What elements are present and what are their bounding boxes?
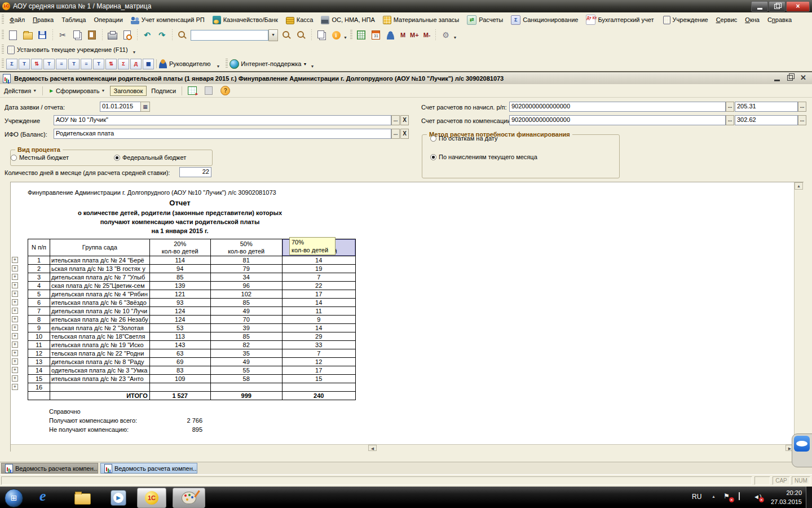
table-cell[interactable]: 34: [210, 273, 282, 282]
table-row[interactable]: 12тельская плата д/с № 22 "Родни63357: [28, 349, 356, 358]
table-refresh-icon[interactable]: ⇅: [105, 59, 117, 69]
horizontal-scrollbar[interactable]: ◀ ▶: [368, 444, 794, 452]
table-cell[interactable]: 63: [149, 349, 210, 358]
info-icon[interactable]: i: [329, 28, 343, 42]
table-cell[interactable]: 82: [210, 341, 282, 349]
table-cell[interactable]: [282, 383, 355, 392]
institution-select-button[interactable]: ...: [391, 115, 400, 125]
account-accrual-input[interactable]: 90200000000000000: [509, 102, 726, 112]
table-cell[interactable]: 70: [210, 316, 282, 324]
table-cell[interactable]: дительская плата д/с № 8 "Раду: [50, 358, 150, 366]
teamviewer-panel[interactable]: [792, 433, 812, 467]
mdi-tab-active[interactable]: Ведомость расчета компен...: [100, 463, 197, 474]
calendar-icon[interactable]: 31: [369, 28, 383, 42]
table-cell[interactable]: 35: [210, 349, 282, 358]
radio-option[interactable]: Местный бюджет: [11, 154, 69, 161]
table-cell[interactable]: 5: [28, 290, 50, 299]
doc-close-button[interactable]: ✕: [800, 74, 806, 82]
find-next-icon[interactable]: [280, 28, 293, 42]
table-row[interactable]: 16: [28, 383, 356, 392]
table-cell[interactable]: 8: [28, 316, 50, 324]
manager-dropdown-icon[interactable]: ▼: [216, 64, 220, 68]
tray-expand-icon[interactable]: ▲: [712, 494, 716, 498]
radio-icon[interactable]: [11, 155, 17, 161]
table-cell[interactable]: ельская плата д/с № 2 "Золотая: [50, 324, 150, 332]
table-cell[interactable]: 53: [149, 324, 210, 332]
table-cell[interactable]: 16: [28, 383, 50, 392]
table-header[interactable]: 20% кол-во детей: [149, 239, 210, 256]
refresh-doc-icon[interactable]: ⇅: [31, 59, 42, 69]
menu-item-таблица[interactable]: Таблица: [58, 12, 90, 27]
generate-button[interactable]: ► Сформировать▼: [45, 86, 108, 95]
menu-item-справка[interactable]: Справка: [764, 12, 796, 27]
date-input[interactable]: 01.01.2015: [100, 102, 141, 112]
print-preview-icon[interactable]: [120, 28, 134, 42]
close-button[interactable]: ×: [786, 1, 810, 12]
table-cell[interactable]: 94: [149, 265, 210, 273]
menu-item-учреждение[interactable]: Учреждение: [658, 12, 712, 27]
table-cell[interactable]: 93: [149, 299, 210, 307]
table-cell[interactable]: дительская плата д/с № 4 "Рябин: [50, 290, 150, 299]
date-calendar-icon[interactable]: ▦: [140, 102, 150, 112]
menu-item-казначейство-банк[interactable]: Казначейство/Банк: [209, 12, 282, 27]
table-cell[interactable]: 29: [282, 332, 355, 341]
table-cell[interactable]: 17: [282, 366, 355, 375]
report-canvas[interactable]: Финуправление Администрации г. Долгопруд…: [10, 182, 804, 452]
file-explorer-icon[interactable]: [74, 493, 91, 505]
table-cell[interactable]: 14: [28, 366, 50, 375]
table-row[interactable]: 3дительская плата д/с № 7 "Улыб85347: [28, 273, 356, 282]
table-cell[interactable]: 85: [210, 299, 282, 307]
account-comp-select-button[interactable]: ...: [726, 115, 734, 125]
account-comp-code-select-button[interactable]: ...: [798, 115, 806, 125]
table-cell[interactable]: ьская плата д/с № 13 "В гостях у: [50, 265, 150, 273]
table-row[interactable]: 14одительская плата д/с № 3 "Умка835517: [28, 366, 356, 375]
expand-row-button[interactable]: +: [12, 265, 18, 271]
doc-t-icon[interactable]: Т: [68, 59, 80, 69]
table-cell[interactable]: 69: [149, 358, 210, 366]
minimize-button[interactable]: [751, 1, 768, 12]
export-table-icon[interactable]: [184, 85, 200, 96]
expand-row-button[interactable]: +: [12, 333, 18, 339]
expand-row-button[interactable]: +: [12, 299, 18, 305]
scroll-up-icon[interactable]: ▲: [795, 182, 803, 190]
institution-input[interactable]: АОУ № 10 "Лучик": [54, 115, 391, 125]
menu-item-санкционирование[interactable]: ΣСанкционирование: [507, 12, 582, 27]
table-cell[interactable]: 3: [28, 273, 50, 282]
table-cell[interactable]: 1: [28, 256, 50, 265]
table-row[interactable]: 6ительская плата д/с № 6 "Звёздо938514: [28, 299, 356, 307]
table-header[interactable]: Группа сада: [50, 239, 150, 256]
expand-row-button[interactable]: +: [12, 316, 18, 322]
table-row[interactable]: 4ская плата д/с № 25"Цветик-сем1399622: [28, 282, 356, 290]
zoom-t-icon[interactable]: Т: [43, 59, 55, 69]
report-table[interactable]: N п/пГруппа сада20% кол-во детей50% кол-…: [28, 239, 356, 400]
table-row[interactable]: 10тельская плата д/с № 18"Светля1138529: [28, 332, 356, 341]
menu-item-окна[interactable]: Окна: [741, 12, 764, 27]
radio-icon[interactable]: [114, 155, 120, 161]
table-cell[interactable]: ительская плата д/с № 19 "Иско: [50, 341, 150, 349]
checker-icon[interactable]: ▦: [143, 59, 154, 69]
actions-button[interactable]: Действия▼: [1, 86, 40, 95]
ifo-input[interactable]: Родительская плата: [54, 129, 391, 139]
table-cell[interactable]: 6: [28, 299, 50, 307]
table-cell[interactable]: [210, 383, 282, 392]
search-combobox[interactable]: ▼: [191, 29, 278, 41]
table-cell[interactable]: 7: [282, 273, 355, 282]
language-indicator[interactable]: RU: [692, 493, 701, 501]
expand-row-button[interactable]: +: [12, 358, 18, 365]
expand-row-button[interactable]: +: [12, 282, 18, 288]
table-cell[interactable]: 17: [282, 290, 355, 299]
doc-list-icon[interactable]: ≡: [81, 59, 92, 69]
table-cell[interactable]: 79: [210, 265, 282, 273]
table-cell[interactable]: 15: [28, 375, 50, 383]
undo-icon[interactable]: ↶: [140, 28, 154, 42]
dtkt-doc-icon[interactable]: Д: [130, 59, 142, 69]
menu-item-операции[interactable]: Операции: [90, 12, 126, 27]
clock[interactable]: 20:20 27.03.2015: [761, 488, 802, 506]
table-cell[interactable]: 96: [210, 282, 282, 290]
action-center-icon[interactable]: ⚑✕: [723, 493, 732, 501]
find-prev-icon[interactable]: [294, 28, 308, 42]
internet-explorer-icon[interactable]: e: [39, 488, 46, 505]
table-arrows-icon[interactable]: Т: [93, 59, 104, 69]
table-cell[interactable]: 49: [210, 358, 282, 366]
paint-taskbar-button[interactable]: [173, 488, 205, 508]
